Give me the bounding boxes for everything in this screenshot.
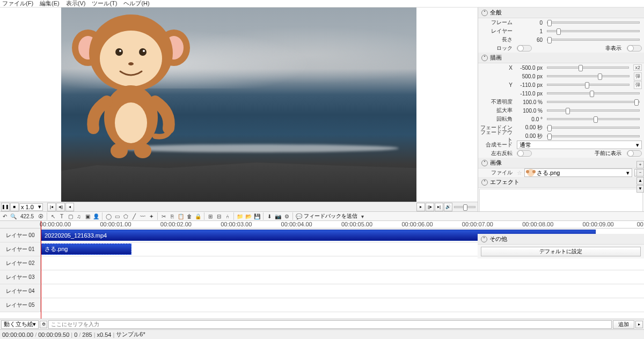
- y1-slider[interactable]: [547, 84, 630, 86]
- fadeout-slider[interactable]: [547, 135, 640, 137]
- layer-head-4[interactable]: レイヤー 04: [0, 284, 41, 298]
- folder-open-icon[interactable]: 📂: [245, 212, 252, 220]
- layer-head-5[interactable]: レイヤー 05: [0, 298, 41, 312]
- remove-effect-button[interactable]: －: [636, 169, 644, 176]
- volume-icon[interactable]: 🔊: [444, 203, 452, 211]
- next-button[interactable]: ▸: [416, 203, 425, 211]
- ungroup-icon[interactable]: ⊟: [215, 212, 223, 220]
- add-button[interactable]: 追加: [613, 320, 634, 329]
- dialogue-input[interactable]: [48, 320, 612, 329]
- speed-select[interactable]: x 1.0▾: [19, 203, 43, 211]
- rotate-slider[interactable]: [547, 118, 640, 120]
- svg-point-10: [128, 62, 134, 65]
- movedown-effect-button[interactable]: ▼: [636, 185, 644, 193]
- x2-link-tag[interactable]: 弾: [634, 72, 642, 80]
- goto-start-button[interactable]: |◂: [47, 203, 56, 211]
- cut-icon[interactable]: ✂: [160, 212, 167, 220]
- feedback-icon[interactable]: 💬: [295, 212, 303, 220]
- copy-icon[interactable]: ⎘: [169, 212, 176, 220]
- front-toggle[interactable]: [627, 150, 642, 157]
- layer-label: レイヤー: [480, 27, 515, 35]
- menu-help[interactable]: ヘルプ(H): [123, 0, 149, 8]
- image-icon[interactable]: ▢: [67, 212, 74, 220]
- line-icon[interactable]: ╱: [130, 212, 138, 220]
- layer-head-3[interactable]: レイヤー 03: [0, 270, 41, 284]
- prev-frame-button[interactable]: ◂||: [56, 203, 65, 211]
- hide-toggle[interactable]: [627, 45, 642, 51]
- add-effect-button[interactable]: ＋: [636, 161, 644, 168]
- section-draw[interactable]: ˄描画: [478, 53, 644, 63]
- rect-icon[interactable]: ▭: [113, 212, 121, 220]
- character-select[interactable]: 動く立ち絵_魔理沙▾: [1, 320, 39, 329]
- y-link-tag[interactable]: 弾: [634, 81, 642, 89]
- fadeout-value: 0.00 秒: [517, 132, 543, 140]
- settings-icon[interactable]: ⚙: [283, 212, 290, 220]
- goto-end-button[interactable]: ▸|: [435, 203, 443, 211]
- cursor-icon[interactable]: ↖: [49, 212, 57, 220]
- svg-point-13: [111, 143, 128, 158]
- flip-toggle[interactable]: [517, 150, 532, 157]
- time-ruler[interactable]: 00:00:00.00 00:00:01.00 00:00:02.00 00:0…: [41, 221, 644, 228]
- tachie-icon[interactable]: 👤: [92, 212, 100, 220]
- poly-icon[interactable]: ⬠: [122, 212, 129, 220]
- menu-file[interactable]: ファイル(F): [2, 0, 33, 8]
- section-general[interactable]: ˄全般: [478, 8, 644, 18]
- layer-head-2[interactable]: レイヤー 02: [0, 256, 41, 270]
- feedback-label[interactable]: フィードバックを送信: [304, 212, 357, 220]
- group-icon[interactable]: ⊞: [207, 212, 214, 220]
- effect-list[interactable]: [479, 189, 643, 211]
- split-icon[interactable]: ⑃: [224, 212, 231, 220]
- prev-button[interactable]: ◂: [65, 203, 74, 211]
- snapshot-icon[interactable]: 📷: [274, 212, 282, 220]
- section-effect[interactable]: ˄エフェクト: [478, 177, 644, 188]
- pause-button[interactable]: ❚❚: [1, 203, 10, 211]
- layer-slider[interactable]: [547, 30, 640, 32]
- file-select[interactable]: さる.png▾: [524, 168, 632, 177]
- menu-view[interactable]: 表示(V): [66, 0, 86, 8]
- star-icon[interactable]: ✦: [148, 212, 155, 220]
- audio-icon[interactable]: ♫: [75, 212, 83, 220]
- x2-value: 500.0 px: [517, 73, 543, 79]
- lock-icon[interactable]: 🔒: [194, 212, 202, 220]
- char-settings-button[interactable]: ⚙: [40, 321, 47, 328]
- section-other[interactable]: ˄その他: [478, 234, 644, 245]
- curve-icon[interactable]: 〰: [139, 212, 147, 220]
- frame-slider[interactable]: [547, 21, 640, 24]
- svg-point-9: [143, 50, 145, 52]
- opacity-slider[interactable]: [547, 101, 640, 103]
- x-link-tag[interactable]: x2: [633, 64, 642, 71]
- next-frame-button[interactable]: ||▸: [426, 203, 434, 211]
- layer-head-0[interactable]: レイヤー 00: [0, 229, 41, 242]
- zoom-slider[interactable]: [547, 109, 640, 112]
- x2-slider[interactable]: [547, 75, 630, 77]
- section-image[interactable]: ˄画像: [478, 158, 644, 168]
- zoom-reset-icon[interactable]: ⦿: [37, 212, 45, 220]
- fadein-slider[interactable]: [547, 127, 640, 129]
- menu-edit[interactable]: 編集(E): [40, 0, 60, 8]
- save-icon[interactable]: 💾: [253, 212, 261, 220]
- y2-slider[interactable]: [547, 92, 640, 94]
- length-label: 長さ: [480, 36, 515, 43]
- paste-icon[interactable]: 📋: [177, 212, 185, 220]
- preview-area[interactable]: [0, 8, 478, 202]
- moveup-effect-button[interactable]: ▲: [636, 177, 644, 185]
- mode-select[interactable]: 通常▾: [517, 141, 642, 149]
- lock-toggle[interactable]: [517, 45, 532, 51]
- clip-image[interactable]: さる.png: [41, 244, 131, 255]
- x1-slider[interactable]: [547, 67, 629, 69]
- add-more-button[interactable]: ▸: [635, 321, 643, 328]
- export-icon[interactable]: ⬇: [266, 212, 273, 220]
- length-value: 60: [517, 37, 543, 43]
- shape-icon[interactable]: ◯: [105, 212, 112, 220]
- layer-head-1[interactable]: レイヤー 01: [0, 242, 41, 256]
- volume-slider[interactable]: [454, 206, 475, 208]
- stop-button[interactable]: ■: [10, 203, 19, 211]
- undo-icon[interactable]: ↶: [1, 212, 9, 220]
- text-icon[interactable]: T: [58, 212, 65, 220]
- default-button[interactable]: デフォルトに設定: [481, 247, 641, 256]
- delete-icon[interactable]: 🗑: [186, 212, 193, 220]
- menu-tool[interactable]: ツール(T): [92, 0, 117, 8]
- folder-icon[interactable]: 📁: [236, 212, 244, 220]
- length-slider[interactable]: [547, 39, 640, 41]
- video-icon[interactable]: ▣: [84, 212, 91, 220]
